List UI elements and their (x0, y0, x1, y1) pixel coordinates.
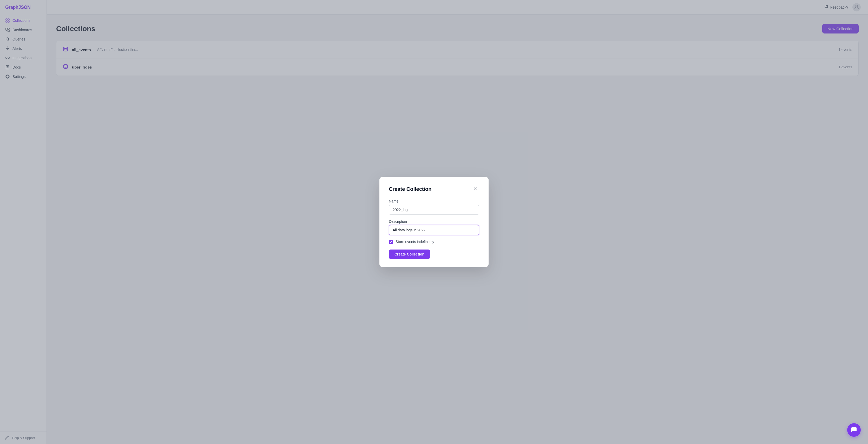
description-field-group: Description (389, 219, 479, 235)
chat-button[interactable] (847, 423, 861, 437)
close-icon: ✕ (473, 186, 477, 192)
name-label: Name (389, 199, 479, 203)
modal-close-button[interactable]: ✕ (471, 185, 479, 193)
checkbox-label[interactable]: Store events indefinitely (396, 240, 434, 244)
modal-overlay[interactable]: Create Collection ✕ Name Description Sto… (0, 0, 868, 444)
checkbox-row: Store events indefinitely (389, 240, 479, 244)
modal-title: Create Collection (389, 186, 431, 192)
description-input[interactable] (389, 225, 479, 235)
name-input[interactable] (389, 205, 479, 215)
chat-icon (851, 426, 857, 434)
description-label: Description (389, 219, 479, 224)
create-collection-modal: Create Collection ✕ Name Description Sto… (379, 177, 489, 267)
modal-header: Create Collection ✕ (389, 185, 479, 193)
name-field-group: Name (389, 199, 479, 215)
create-collection-button[interactable]: Create Collection (389, 249, 430, 259)
store-events-checkbox[interactable] (389, 240, 393, 244)
